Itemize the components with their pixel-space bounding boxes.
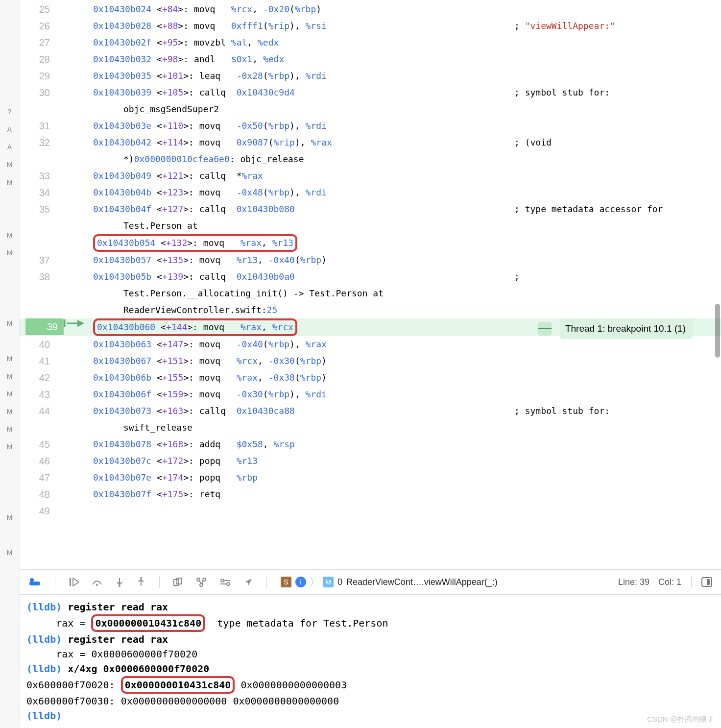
breadcrumb-index: 0 bbox=[337, 577, 342, 587]
asm-line[interactable]: 430x10430b06f <+159>: movq -0x30(%rbp), … bbox=[20, 386, 721, 403]
asm-line[interactable]: 340x10430b04b <+123>: movq -0x48(%rbp), … bbox=[20, 184, 721, 201]
line-number: 40 bbox=[20, 336, 64, 353]
svg-rect-3 bbox=[29, 582, 40, 585]
disassembly-view[interactable]: 250x10430b024 <+84>: movq %rcx, -0x20(%r… bbox=[20, 0, 721, 569]
simulate-location-icon[interactable] bbox=[244, 578, 253, 586]
svg-point-9 bbox=[119, 585, 120, 587]
line-number: 28 bbox=[20, 51, 64, 68]
asm-line[interactable]: 390x10430b060 <+144>: movq %rax, %rcxThr… bbox=[20, 318, 721, 336]
asm-line[interactable]: 480x10430b07f <+175>: retq bbox=[20, 486, 721, 503]
line-number: 29 bbox=[20, 68, 64, 84]
scrollbar-thumb[interactable] bbox=[715, 304, 720, 358]
debug-memory-graph-icon[interactable] bbox=[196, 577, 207, 587]
cursor-line-label: Line: 39 bbox=[618, 577, 649, 587]
line-number: 34 bbox=[20, 184, 64, 201]
svg-rect-5 bbox=[70, 578, 71, 586]
line-number: 33 bbox=[20, 168, 64, 184]
step-out-icon[interactable] bbox=[137, 577, 145, 587]
line-number: 46 bbox=[20, 453, 64, 469]
line-number: 35 bbox=[20, 201, 64, 218]
asm-line[interactable]: 410x10430b067 <+151>: movq %rcx, -0x30(%… bbox=[20, 353, 721, 369]
line-number: 37 bbox=[20, 252, 64, 268]
svg-line-17 bbox=[199, 581, 201, 583]
panel-toggle-icon[interactable] bbox=[701, 577, 712, 587]
svg-marker-6 bbox=[73, 578, 79, 586]
swift-file-icon: S bbox=[281, 577, 291, 587]
toggle-console-icon[interactable] bbox=[28, 578, 41, 586]
line-number: 38 bbox=[20, 268, 64, 285]
line-number: 43 bbox=[20, 386, 64, 403]
watermark: CSDN @扑腾的蛾子 bbox=[647, 715, 714, 724]
line-number: 30 bbox=[20, 84, 64, 101]
line-number: 49 bbox=[20, 503, 64, 519]
svg-point-4 bbox=[30, 578, 34, 582]
asm-line[interactable]: 370x10430b057 <+135>: movq %r13, -0x40(%… bbox=[20, 252, 721, 268]
line-number: 47 bbox=[20, 469, 64, 486]
svg-point-7 bbox=[96, 584, 98, 586]
svg-point-11 bbox=[140, 577, 142, 579]
line-number: 26 bbox=[20, 18, 64, 34]
line-number: 39 bbox=[25, 318, 64, 335]
breakpoint-badge[interactable]: Thread 1: breakpoint 10.1 (1) bbox=[560, 318, 693, 339]
step-over-icon[interactable] bbox=[92, 578, 102, 586]
debug-view-hierarchy-icon[interactable] bbox=[173, 577, 183, 587]
line-number: 45 bbox=[20, 436, 64, 453]
line-number: 32 bbox=[20, 134, 64, 151]
environment-overrides-icon[interactable] bbox=[219, 578, 231, 586]
asm-line[interactable]: 320x10430b042 <+114>: movq 0x9087(%rip),… bbox=[20, 134, 721, 151]
debug-toolbar: S i 〉 M 0 ReaderViewCont….viewWillAppear… bbox=[20, 569, 721, 595]
svg-marker-23 bbox=[245, 579, 252, 585]
line-number: 48 bbox=[20, 486, 64, 503]
asm-line[interactable]: 270x10430b02f <+95>: movzbl %al, %edx bbox=[20, 34, 721, 51]
instruction-icon: i bbox=[295, 577, 306, 587]
asm-line[interactable]: 280x10430b032 <+98>: andl $0x1, %edx bbox=[20, 51, 721, 68]
asm-line[interactable]: 310x10430b03e <+110>: movq -0x50(%rbp), … bbox=[20, 118, 721, 134]
line-number: 25 bbox=[20, 1, 64, 18]
method-icon: M bbox=[323, 577, 334, 587]
continue-icon[interactable] bbox=[69, 578, 79, 586]
asm-line[interactable]: 380x10430b05b <+139>: callq 0x10430b0a0; bbox=[20, 268, 721, 285]
asm-line[interactable]: 440x10430b073 <+163>: callq 0x10430ca88;… bbox=[20, 403, 721, 419]
asm-line[interactable]: 250x10430b024 <+84>: movq %rcx, -0x20(%r… bbox=[20, 1, 721, 18]
line-number: 42 bbox=[20, 369, 64, 386]
debug-breadcrumb[interactable]: S i 〉 M 0 ReaderViewCont….viewWillAppear… bbox=[281, 576, 498, 588]
asm-line[interactable]: 290x10430b035 <+101>: leaq -0x28(%rbp), … bbox=[20, 68, 721, 84]
lldb-console[interactable]: (lldb) register read rax rax = 0x0000000… bbox=[20, 595, 721, 728]
asm-line[interactable]: 450x10430b078 <+168>: addq $0x58, %rsp bbox=[20, 436, 721, 453]
asm-line[interactable]: 350x10430b04f <+127>: callq 0x10430b080;… bbox=[20, 201, 721, 218]
svg-point-16 bbox=[200, 583, 203, 586]
svg-point-21 bbox=[227, 582, 230, 585]
line-number: 31 bbox=[20, 118, 64, 134]
pc-arrow bbox=[64, 318, 93, 328]
asm-line[interactable]: 420x10430b06b <+155>: movq %rax, -0x38(%… bbox=[20, 369, 721, 386]
line-number: 27 bbox=[20, 34, 64, 51]
asm-line[interactable]: 260x10430b028 <+88>: movq 0xfff1(%rip), … bbox=[20, 18, 721, 34]
gutter-markers: ?AAMMMMMMMMMMMMM bbox=[0, 0, 20, 728]
svg-point-19 bbox=[221, 579, 224, 582]
asm-line[interactable]: 330x10430b049 <+121>: callq *%rax bbox=[20, 168, 721, 184]
asm-line[interactable]: 470x10430b07e <+174>: popq %rbp bbox=[20, 469, 721, 486]
line-number: 41 bbox=[20, 353, 64, 369]
svg-marker-2 bbox=[77, 320, 84, 327]
asm-line[interactable]: 300x10430b039 <+105>: callq 0x10430c9d4;… bbox=[20, 84, 721, 101]
cursor-col-label: Col: 1 bbox=[658, 577, 681, 587]
step-into-icon[interactable] bbox=[115, 577, 124, 587]
asm-line[interactable]: 460x10430b07c <+172>: popq %r13 bbox=[20, 453, 721, 469]
asm-line[interactable]: 49 bbox=[20, 503, 721, 519]
line-number: 44 bbox=[20, 403, 64, 419]
breadcrumb-method: ReaderViewCont….viewWillAppear(_:) bbox=[346, 577, 498, 587]
asm-line[interactable]: 0x10430b054 <+132>: movq %rax, %r13 bbox=[20, 234, 721, 252]
svg-line-18 bbox=[202, 581, 203, 583]
